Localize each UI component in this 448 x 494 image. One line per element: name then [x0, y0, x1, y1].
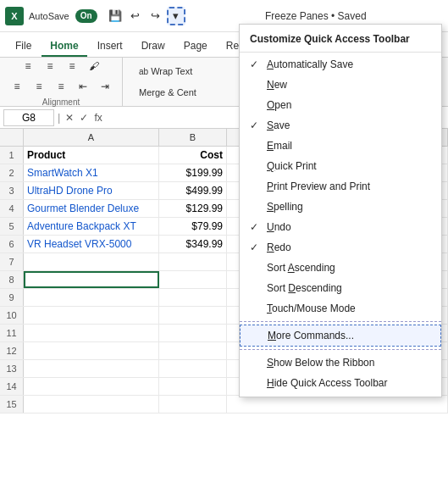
menu-item-more-commands[interactable]: More Commands...: [240, 325, 441, 347]
wrap-text-btn[interactable]: ab Wrap Text: [133, 62, 202, 80]
menu-item-label-print-preview: Print Preview and Print: [267, 180, 370, 192]
formula-divider: |: [58, 111, 60, 124]
cell-a2[interactable]: SmartWatch X1: [24, 164, 159, 181]
menu-item-label-hide-toolbar: Hide Quick Access Toolbar: [267, 377, 388, 389]
menu-item-label-open: Open: [267, 99, 291, 111]
table-row: 15: [0, 396, 448, 414]
cell-a13[interactable]: [24, 360, 159, 377]
paint-format-btn[interactable]: 🖌: [84, 57, 104, 75]
cell-b14[interactable]: [159, 378, 227, 395]
redo-icon[interactable]: ↪: [147, 7, 165, 25]
cell-a7[interactable]: [24, 253, 159, 270]
row-num-8: 8: [0, 271, 24, 288]
menu-item-hide-toolbar[interactable]: Hide Quick Access Toolbar: [240, 373, 441, 393]
cell-b5[interactable]: $79.99: [159, 218, 227, 235]
check-icon-save: ✓: [250, 119, 262, 131]
cell-b7[interactable]: [159, 253, 227, 270]
align-top-btn[interactable]: ≡: [7, 77, 27, 96]
cell-b15[interactable]: [159, 396, 227, 413]
cell-reference-input[interactable]: [3, 109, 54, 126]
cell-b1[interactable]: Cost: [159, 147, 227, 164]
cell-b9[interactable]: [159, 289, 227, 306]
menu-item-label-email: Email: [267, 140, 292, 152]
indent-increase-btn[interactable]: ⇥: [95, 77, 115, 96]
indent-decrease-btn[interactable]: ⇤: [73, 77, 93, 96]
row-num-9: 9: [0, 289, 24, 306]
cell-b10[interactable]: [159, 307, 227, 324]
col-header-b[interactable]: B: [159, 129, 227, 146]
autosave-toggle[interactable]: On: [75, 9, 97, 23]
menu-item-autosave[interactable]: ✓ Automatically Save: [240, 54, 441, 75]
cell-a15[interactable]: [24, 396, 159, 413]
save-icon[interactable]: 💾: [106, 7, 124, 25]
cell-a14[interactable]: [24, 378, 159, 395]
cell-a6[interactable]: VR Headset VRX-5000: [24, 236, 159, 253]
cell-b4[interactable]: $129.99: [159, 200, 227, 217]
cell-b11[interactable]: [159, 325, 227, 341]
cell-a1[interactable]: Product: [24, 147, 159, 164]
align-right-btn[interactable]: ≡: [62, 57, 82, 75]
menu-item-label-new: New: [267, 79, 287, 91]
menu-item-sort-asc[interactable]: Sort Ascending: [240, 258, 441, 278]
menu-item-save[interactable]: ✓ Save: [240, 115, 441, 136]
tab-insert[interactable]: Insert: [89, 36, 131, 57]
menu-item-label-autosave: Automatically Save: [267, 58, 353, 70]
row-num-6: 6: [0, 236, 24, 253]
tab-home[interactable]: Home: [41, 36, 86, 57]
align-center-btn[interactable]: ≡: [40, 57, 60, 75]
cell-a4[interactable]: Gourmet Blender Deluxe: [24, 200, 159, 217]
customize-toolbar-dropdown[interactable]: ▾: [167, 7, 185, 25]
cell-rest-15[interactable]: [227, 396, 448, 413]
confirm-formula-icon[interactable]: ✓: [78, 112, 90, 124]
insert-function-icon[interactable]: fx: [92, 112, 103, 124]
align-bottom-btn[interactable]: ≡: [51, 77, 71, 96]
alignment-group: ≡ ≡ ≡ 🖌 ≡ ≡ ≡ ⇤ ⇥ Alignment: [7, 57, 123, 107]
row-num-14: 14: [0, 378, 24, 395]
row-num-12: 12: [0, 342, 24, 359]
tab-page[interactable]: Page: [175, 36, 216, 57]
menu-item-label-more-commands: More Commands...: [268, 330, 354, 341]
cell-a8[interactable]: [24, 271, 159, 288]
cell-a10[interactable]: [24, 307, 159, 324]
menu-item-label-save: Save: [267, 119, 290, 131]
row-num-11: 11: [0, 325, 24, 341]
menu-item-undo[interactable]: ✓ Undo: [240, 217, 441, 237]
cell-a12[interactable]: [24, 342, 159, 359]
menu-item-touch-mode[interactable]: Touch/Mouse Mode: [240, 298, 441, 319]
cell-a5[interactable]: Adventure Backpack XT: [24, 218, 159, 235]
row-num-10: 10: [0, 307, 24, 324]
menu-item-print-preview[interactable]: Print Preview and Print: [240, 176, 441, 197]
merge-label: Merge & Cent: [139, 87, 196, 97]
cancel-formula-icon[interactable]: ✕: [64, 112, 75, 124]
menu-item-label-quick-print: Quick Print: [267, 160, 317, 172]
col-header-a[interactable]: A: [24, 129, 159, 146]
cell-b13[interactable]: [159, 360, 227, 377]
wrap-text-label: Wrap Text: [151, 66, 192, 76]
cell-b8[interactable]: [159, 271, 227, 288]
cell-a9[interactable]: [24, 289, 159, 306]
menu-item-new[interactable]: New: [240, 75, 441, 95]
tab-file[interactable]: File: [7, 36, 40, 57]
cell-a11[interactable]: [24, 325, 159, 341]
cell-b6[interactable]: $349.99: [159, 236, 227, 253]
menu-item-redo[interactable]: ✓ Redo: [240, 237, 441, 258]
merge-center-btn[interactable]: Merge & Cent: [133, 83, 202, 102]
menu-item-open[interactable]: Open: [240, 95, 441, 115]
align-left-btn[interactable]: ≡: [18, 57, 38, 75]
cell-a3[interactable]: UltraHD Drone Pro: [24, 182, 159, 199]
align-middle-btn[interactable]: ≡: [29, 77, 49, 96]
menu-item-quick-print[interactable]: Quick Print: [240, 156, 441, 176]
autosave-label: AutoSave: [29, 11, 69, 21]
menu-item-sort-desc[interactable]: Sort Descending: [240, 278, 441, 298]
dropdown-title: Customize Quick Access Toolbar: [240, 28, 441, 53]
undo-icon[interactable]: ↩: [126, 7, 145, 25]
menu-divider-top: [240, 321, 441, 322]
menu-item-email[interactable]: Email: [240, 136, 441, 156]
row-num-15: 15: [0, 396, 24, 413]
cell-b3[interactable]: $499.99: [159, 182, 227, 199]
menu-item-show-below[interactable]: Show Below the Ribbon: [240, 352, 441, 373]
cell-b2[interactable]: $199.99: [159, 164, 227, 181]
cell-b12[interactable]: [159, 342, 227, 359]
tab-draw[interactable]: Draw: [133, 36, 174, 57]
menu-item-spelling[interactable]: Spelling: [240, 197, 441, 217]
